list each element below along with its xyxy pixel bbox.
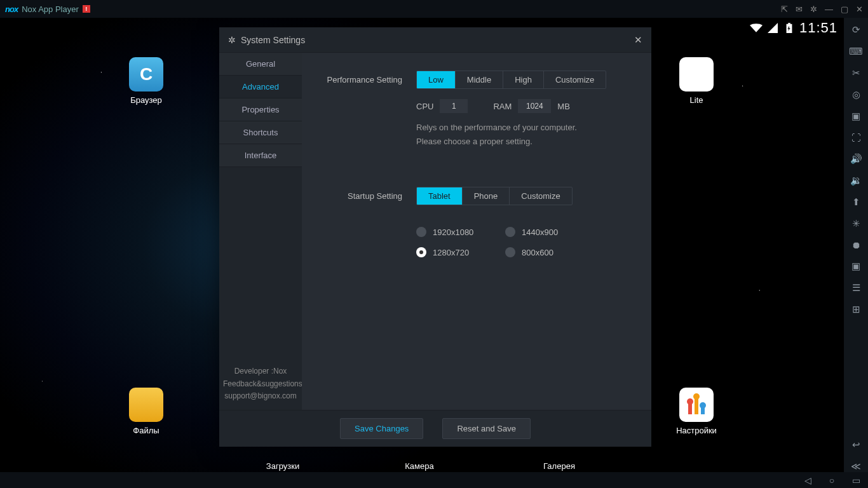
volume-down-icon[interactable]: 🔉 bbox=[850, 175, 862, 186]
startup-segment: Tablet Phone Customize bbox=[416, 187, 573, 205]
start-customize-button[interactable]: Customize bbox=[510, 187, 571, 205]
app-files[interactable]: Файлы bbox=[121, 388, 172, 435]
perf-middle-button[interactable]: Middle bbox=[456, 71, 503, 88]
startup-label: Startup Setting bbox=[321, 191, 416, 201]
ram-input[interactable] bbox=[518, 99, 551, 113]
record-icon[interactable]: ⏺ bbox=[851, 240, 861, 250]
maximize-icon[interactable]: ▢ bbox=[841, 4, 848, 14]
titlebar-controls: ⇱ ✉ ✲ — ▢ ✕ bbox=[781, 4, 863, 14]
res-1920x1080[interactable]: 1920x1080 bbox=[416, 227, 499, 237]
fullscreen-icon[interactable]: ⛶ bbox=[851, 132, 861, 143]
settings-content: Performance Setting Low Middle High Cust… bbox=[302, 53, 651, 410]
keyboard-icon[interactable]: ⌨ bbox=[849, 46, 863, 57]
settings-modal: ✲ System Settings ✕ General Advanced Pro… bbox=[219, 27, 651, 447]
tab-interface[interactable]: Interface bbox=[219, 144, 302, 167]
app-browser[interactable]: C Браузер bbox=[121, 57, 172, 105]
shake-icon[interactable]: ✳ bbox=[852, 218, 860, 229]
app-label-gallery: Галерея bbox=[534, 461, 585, 471]
support-email[interactable]: support@bignox.com bbox=[223, 390, 298, 402]
resolution-options: 1920x1080 1440x900 1280x720 800x600 bbox=[416, 227, 632, 257]
scissors-icon[interactable]: ✂ bbox=[852, 67, 860, 79]
multi-icon[interactable]: ⊞ bbox=[852, 304, 860, 315]
script-icon[interactable]: ☰ bbox=[852, 282, 860, 294]
bottombar: ◁ ○ ▭ bbox=[0, 472, 868, 488]
cpu-input[interactable] bbox=[440, 99, 468, 113]
start-phone-button[interactable]: Phone bbox=[463, 187, 510, 205]
alert-badge-icon[interactable]: ! bbox=[83, 5, 90, 13]
app-title: Nox App Player bbox=[22, 4, 79, 14]
performance-hint: Relys on the performance of your compute… bbox=[416, 121, 632, 149]
ram-label: RAM bbox=[493, 102, 512, 111]
titlebar: nox Nox App Player ! ⇱ ✉ ✲ — ▢ ✕ bbox=[0, 0, 868, 18]
wifi-icon bbox=[750, 23, 763, 33]
svg-rect-1 bbox=[788, 23, 790, 24]
camera-icon[interactable]: ▣ bbox=[851, 261, 860, 272]
app-label: Файлы bbox=[121, 426, 172, 435]
app-settings[interactable]: Настройки bbox=[671, 388, 722, 435]
folder-icon[interactable]: ▣ bbox=[851, 111, 860, 122]
perf-high-button[interactable]: High bbox=[503, 71, 544, 88]
app-label: Lite bbox=[671, 95, 722, 105]
collapse-icon[interactable]: ≪ bbox=[851, 461, 861, 472]
battery-icon bbox=[783, 23, 796, 33]
facebook-icon: f bbox=[679, 57, 714, 92]
tab-shortcuts[interactable]: Shortcuts bbox=[219, 121, 302, 144]
cpu-label: CPU bbox=[416, 102, 433, 111]
modal-title: System Settings bbox=[241, 35, 305, 45]
close-icon[interactable]: ✕ bbox=[856, 4, 863, 14]
res-1280x720[interactable]: 1280x720 bbox=[416, 247, 499, 257]
perf-customize-button[interactable]: Customize bbox=[544, 71, 606, 88]
save-changes-button[interactable]: Save Changes bbox=[340, 418, 423, 439]
signal-icon bbox=[766, 23, 779, 33]
logo: nox bbox=[5, 4, 18, 14]
app-lite[interactable]: f Lite bbox=[671, 57, 722, 105]
modal-header: ✲ System Settings ✕ bbox=[219, 27, 651, 53]
back-icon[interactable]: ↩ bbox=[852, 439, 860, 451]
desktop: 11:51 C Браузер f Lite Файлы Настройки З… bbox=[0, 18, 844, 472]
right-toolbar: ⟳ ⌨ ✂ ◎ ▣ ⛶ 🔊 🔉 ⬆ ✳ ⏺ ▣ ☰ ⊞ ↩ ≪ bbox=[844, 18, 868, 472]
sidebar-footer: Developer :Nox Feedback&suggestions: sup… bbox=[219, 358, 302, 410]
developer-text: Developer :Nox bbox=[223, 365, 298, 377]
start-tablet-button[interactable]: Tablet bbox=[417, 187, 463, 205]
res-800x600[interactable]: 800x600 bbox=[505, 247, 588, 257]
feedback-text: Feedback&suggestions: bbox=[223, 378, 298, 390]
tab-properties[interactable]: Properties bbox=[219, 98, 302, 121]
tab-advanced[interactable]: Advanced bbox=[219, 76, 302, 98]
gear-icon: ✲ bbox=[228, 35, 236, 45]
reset-and-save-button[interactable]: Reset and Save bbox=[442, 418, 531, 439]
clock: 11:51 bbox=[799, 20, 837, 36]
equalizer-icon bbox=[679, 388, 714, 422]
android-back-icon[interactable]: ◁ bbox=[796, 472, 820, 488]
android-home-icon[interactable]: ○ bbox=[820, 472, 844, 488]
performance-segment: Low Middle High Customize bbox=[416, 71, 606, 89]
volume-up-icon[interactable]: 🔊 bbox=[850, 153, 862, 165]
folder-icon bbox=[129, 388, 163, 422]
browser-icon: C bbox=[129, 57, 163, 92]
res-1440x900[interactable]: 1440x900 bbox=[505, 227, 588, 237]
app-label-camera: Камера bbox=[394, 461, 445, 471]
gear-icon[interactable]: ✲ bbox=[810, 4, 817, 14]
perf-low-button[interactable]: Low bbox=[417, 71, 456, 88]
app-label: Настройки bbox=[671, 426, 722, 435]
ram-unit: MB bbox=[557, 102, 570, 111]
settings-sidebar: General Advanced Properties Shortcuts In… bbox=[219, 53, 302, 410]
app-label: Браузер bbox=[121, 95, 172, 105]
app-label-downloads: Загрузки bbox=[257, 461, 308, 471]
android-recent-icon[interactable]: ▭ bbox=[844, 472, 868, 488]
minimize-icon[interactable]: — bbox=[825, 4, 833, 14]
tab-general[interactable]: General bbox=[219, 53, 302, 76]
pin-icon[interactable]: ⇱ bbox=[781, 4, 788, 14]
performance-label: Performance Setting bbox=[321, 75, 416, 85]
location-icon[interactable]: ◎ bbox=[852, 89, 860, 100]
modal-close-icon[interactable]: ✕ bbox=[634, 34, 642, 46]
mail-icon[interactable]: ✉ bbox=[796, 4, 803, 14]
rotate-icon[interactable]: ⟳ bbox=[852, 24, 860, 36]
apk-icon[interactable]: ⬆ bbox=[852, 196, 860, 208]
modal-footer: Save Changes Reset and Save bbox=[219, 410, 651, 447]
android-statusbar: 11:51 bbox=[750, 18, 844, 38]
